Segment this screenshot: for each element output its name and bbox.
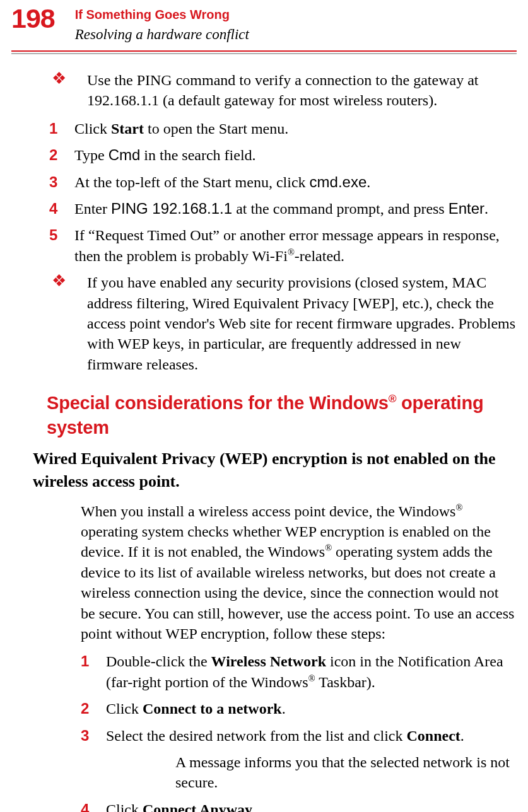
step-number: 3 xyxy=(49,172,74,192)
step-number: 4 xyxy=(81,799,106,812)
list-item: 1 Click Start to open the Start menu. xyxy=(49,119,517,139)
bullet-text: Use the PING command to verify a connect… xyxy=(85,70,517,111)
step-note: A message informs you that the selected … xyxy=(175,752,517,793)
numbered-list: 1 Double-click the Wireless Network icon… xyxy=(11,651,517,812)
list-item: 5 If “Request Timed Out” or another erro… xyxy=(49,225,517,266)
diamond-bullet-icon: ❖ xyxy=(11,70,85,111)
chapter-title: If Something Goes Wrong xyxy=(75,6,249,23)
list-item: 1 Double-click the Wireless Network icon… xyxy=(81,651,517,692)
section-subheading: Wired Equivalent Privacy (WEP) encryptio… xyxy=(33,448,517,492)
step-number: 2 xyxy=(49,145,74,165)
step-text: Type Cmd in the search field. xyxy=(74,145,517,165)
bullet-text: If you have enabled any security provisi… xyxy=(85,272,517,374)
list-item: 3 Select the desired network from the li… xyxy=(81,726,517,746)
step-number: 4 xyxy=(49,199,74,219)
step-text: Double-click the Wireless Network icon i… xyxy=(106,651,517,692)
page-number: 198 xyxy=(11,5,55,32)
page-header: 198 If Something Goes Wrong Resolving a … xyxy=(0,0,528,54)
section-heading: Special considerations for the Windows® … xyxy=(47,391,517,440)
step-text: Enter PING 192.168.1.1 at the command pr… xyxy=(74,199,517,219)
step-text: Click Connect Anyway. xyxy=(106,799,517,812)
step-text: Select the desired network from the list… xyxy=(106,726,517,746)
list-item: 2 Click Connect to a network. xyxy=(81,699,517,719)
header-text-block: If Something Goes Wrong Resolving a hard… xyxy=(75,5,249,44)
diamond-bullet-icon: ❖ xyxy=(11,272,85,374)
step-number: 1 xyxy=(49,119,74,139)
step-text: Click Start to open the Start menu. xyxy=(74,119,517,139)
bullet-item: ❖ If you have enabled any security provi… xyxy=(11,272,517,374)
list-item: 4 Enter PING 192.168.1.1 at the command … xyxy=(49,199,517,219)
step-number: 1 xyxy=(81,651,106,692)
step-number: 5 xyxy=(49,225,74,266)
header-rule-red xyxy=(11,50,517,52)
step-number: 3 xyxy=(81,726,106,746)
page-content: ❖ Use the PING command to verify a conne… xyxy=(0,54,528,812)
numbered-list: 1 Click Start to open the Start menu. 2 … xyxy=(11,119,517,266)
body-paragraph: When you install a wireless access point… xyxy=(81,501,517,644)
bullet-item: ❖ Use the PING command to verify a conne… xyxy=(11,70,517,111)
step-text: At the top-left of the Start menu, click… xyxy=(74,172,517,192)
step-number: 2 xyxy=(81,699,106,719)
step-text: Click Connect to a network. xyxy=(106,699,517,719)
list-item: 4 Click Connect Anyway. xyxy=(81,799,517,812)
list-item: 3 At the top-left of the Start menu, cli… xyxy=(49,172,517,192)
list-item: 2 Type Cmd in the search field. xyxy=(49,145,517,165)
chapter-subtitle: Resolving a hardware conflict xyxy=(75,25,249,44)
header-row: 198 If Something Goes Wrong Resolving a … xyxy=(0,5,528,50)
step-text: If “Request Timed Out” or another error … xyxy=(74,225,517,266)
